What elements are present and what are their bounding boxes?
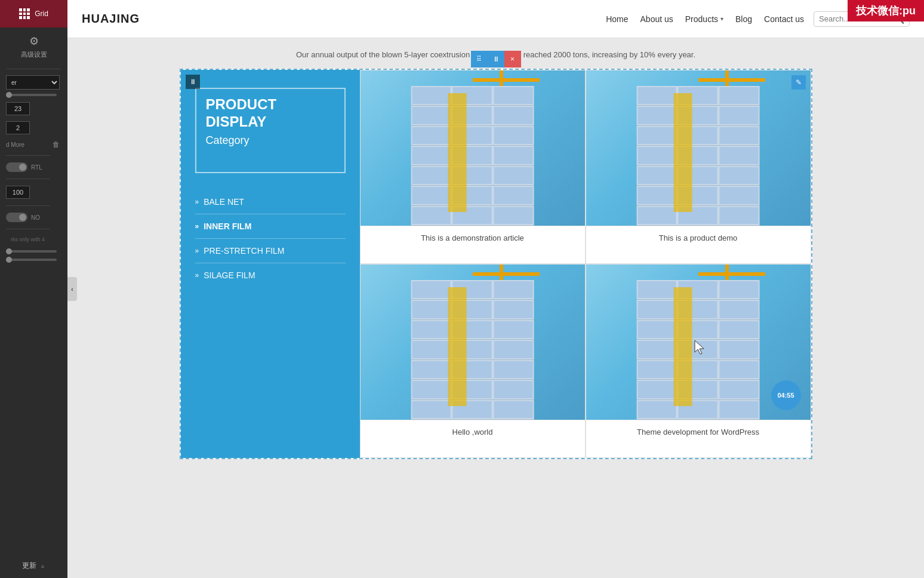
rtl-label: RTL (31, 164, 42, 171)
product-card-4[interactable]: 04:55 Theme development for WordPress (586, 264, 811, 458)
crane-arm-2 (698, 78, 766, 82)
sidebar-controls: er 23 2 d More 🗑 RTL 100 (0, 72, 67, 266)
products-grid: This is a demonstration article ✎ (360, 70, 811, 458)
building-graphic-4: 04:55 (586, 265, 811, 420)
building-graphic-1 (361, 70, 585, 226)
page-area[interactable]: Our annual output of the blown 5-layer c… (67, 38, 924, 578)
nav-home[interactable]: Home (606, 14, 628, 24)
sidebar-note: rks only with 4 (6, 234, 61, 246)
sidebar-divider-4 (6, 205, 50, 206)
category-inner-film[interactable]: » INNER FILM (195, 214, 346, 239)
floors-3 (411, 280, 534, 420)
load-more-row: d More 🗑 (6, 140, 60, 149)
category-chevron-2: » (195, 222, 199, 230)
sidebar-divider-1 (7, 69, 60, 69)
category-list: » BALE NET » INNER FILM » PRE-STRETCH FI… (195, 190, 346, 287)
widget-pause-button[interactable]: ⏸ (488, 51, 504, 67)
sidebar-divider-2 (6, 155, 50, 156)
category-label-4: SILAGE FILM (204, 270, 255, 280)
main-content: HUAJING Home About us Products ▾ Blog Co… (67, 0, 924, 578)
input-field-3[interactable]: 100 (6, 186, 30, 199)
product-image-3 (361, 265, 585, 420)
category-chevron-4: » (195, 271, 199, 279)
nav-products[interactable]: Products ▾ (685, 14, 723, 24)
product-title-3: Hello ,world (361, 420, 585, 444)
sidebar-collapse-button[interactable]: ‹ (67, 277, 77, 301)
product-card-2[interactable]: ✎ (586, 70, 811, 264)
category-label-3: PRE-STRETCH FILM (204, 246, 284, 256)
type-select[interactable]: er (6, 75, 60, 90)
no-toggle[interactable] (6, 213, 27, 222)
category-chevron-3: » (195, 247, 199, 255)
product-sidebar-header-box: PRODUCT DISPLAY Category (195, 88, 346, 173)
building-body-2 (636, 86, 760, 226)
input-field-2[interactable]: 2 (6, 121, 30, 134)
scaffolding-3 (448, 287, 466, 406)
slider-2[interactable] (6, 250, 57, 253)
sidebar-settings-section: ⚙ 高级设置 (0, 27, 67, 66)
scaffolding-2 (673, 93, 692, 212)
grid-icon (19, 8, 30, 19)
product-image-1 (361, 70, 585, 226)
category-label-2: INNER FILM (204, 222, 251, 231)
widget-container: ⠿ ⏸ × PRODUCT DISPLAY Category » BALE NE… (180, 69, 812, 459)
slider-1[interactable] (6, 94, 57, 96)
nav-links: Home About us Products ▾ Blog Contact us (606, 14, 804, 24)
category-silage-film[interactable]: » SILAGE FILM (195, 263, 346, 287)
nav-blog[interactable]: Blog (735, 14, 752, 24)
sidebar-divider-5 (6, 229, 50, 229)
update-label: 更新 (22, 561, 36, 571)
sidebar-header: Grid (0, 0, 67, 27)
nav-about[interactable]: About us (640, 14, 673, 24)
load-more-label: d More (6, 142, 24, 148)
update-button[interactable]: 更新 ▲ (0, 554, 67, 578)
left-sidebar: Grid ⚙ 高级设置 er 23 2 d More 🗑 RTL (0, 0, 67, 578)
product-image-4: 04:55 (586, 265, 811, 420)
floors-1 (411, 86, 534, 226)
product-sidebar-subtitle: Category (206, 134, 335, 147)
no-toggle-row: NO (6, 213, 60, 222)
widget-toolbar: ⠿ ⏸ × (471, 51, 521, 67)
sidebar-title: Grid (35, 10, 48, 18)
input-field-1[interactable]: 23 (6, 102, 30, 115)
category-label-1: BALE NET (204, 197, 244, 207)
slider-3[interactable] (6, 259, 57, 261)
no-label: NO (31, 214, 40, 221)
widget-move-button[interactable]: ⠿ (471, 51, 488, 67)
products-dropdown-arrow: ▾ (720, 16, 723, 22)
timer-badge: 04:55 (771, 380, 801, 410)
category-bale-net[interactable]: » BALE NET (195, 190, 346, 214)
brand-logo: HUAJING (82, 12, 140, 26)
product-card-3[interactable]: ⏸ (360, 264, 586, 458)
product-title-1: This is a demonstration article (361, 226, 585, 250)
input-row-2: 2 (6, 121, 60, 134)
rtl-toggle-row: RTL (6, 162, 60, 172)
crane-arm-4 (698, 272, 766, 276)
widget-inner: PRODUCT DISPLAY Category » BALE NET » IN… (181, 70, 811, 458)
category-chevron-1: » (195, 198, 199, 206)
sidebar-settings-label: 高级设置 (21, 50, 47, 59)
widget-close-button[interactable]: × (504, 51, 521, 67)
floors-4 (636, 280, 760, 420)
floors-2 (636, 86, 760, 226)
watermark-badge: 技术微信:pu (848, 0, 924, 21)
rtl-toggle[interactable] (6, 162, 27, 172)
product-sidebar: PRODUCT DISPLAY Category » BALE NET » IN… (181, 70, 360, 458)
topnav: HUAJING Home About us Products ▾ Blog Co… (67, 0, 924, 38)
gear-icon[interactable]: ⚙ (29, 35, 39, 48)
building-body-1 (411, 86, 534, 226)
input-row-1: 23 (6, 102, 60, 115)
edit-icon[interactable]: ✎ (791, 75, 806, 90)
crane-arm-3 (473, 272, 540, 276)
product-card-1[interactable]: This is a demonstration article (360, 70, 586, 264)
input-row-3: 100 (6, 186, 60, 199)
chevron-up-icon: ▲ (40, 562, 46, 569)
sidebar-bottom: 更新 ▲ (0, 554, 67, 578)
building-graphic-3 (361, 265, 585, 420)
trash-icon[interactable]: 🗑 (53, 140, 60, 149)
scaffolding-1 (448, 93, 466, 212)
nav-contact[interactable]: Contact us (764, 14, 804, 24)
sidebar-divider-3 (6, 179, 50, 179)
category-pre-stretch[interactable]: » PRE-STRETCH FILM (195, 239, 346, 263)
crane-arm-1 (473, 78, 540, 82)
